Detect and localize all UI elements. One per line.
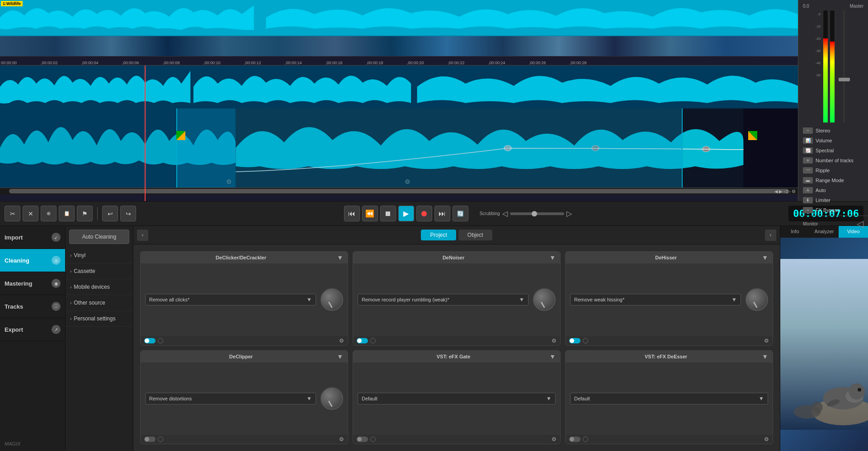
dehisser-dropdown[interactable]: ▼ <box>762 254 768 261</box>
skip-start-button[interactable]: ⏮ <box>344 206 360 221</box>
vst-gate-preset-arrow[interactable]: ▼ <box>546 395 552 402</box>
redo-button[interactable]: ↪ <box>120 206 136 221</box>
sidebar-item-export[interactable]: Export ↗ <box>0 318 65 341</box>
declicker-gear-icon[interactable]: ⚙ <box>339 338 344 344</box>
cleaning-menu-personal[interactable]: › Personal settings <box>66 311 133 327</box>
effects-tab-object[interactable]: Object <box>458 230 492 240</box>
scroll-expand[interactable]: ⚙ <box>792 189 796 194</box>
track-scrollbar[interactable]: ◀ ▶ ◁▷ ⚙ <box>0 188 798 194</box>
declicker-preset-arrow[interactable]: ▼ <box>307 296 312 303</box>
scissors-button[interactable]: ✂ <box>5 206 20 221</box>
vst-desser-title: VST: eFX DeEsser <box>570 354 762 359</box>
scroll-right-arrow[interactable]: ▶ <box>779 189 783 194</box>
skip-end-button[interactable]: ⏭ <box>434 206 450 221</box>
denoiser-circle <box>370 338 376 343</box>
scrub-left-arrow[interactable]: ◁ <box>502 209 508 218</box>
auto-cleaning-button[interactable]: Auto Cleaning <box>69 230 129 244</box>
sidebar-item-cleaning[interactable]: Cleaning ◎ <box>0 249 65 272</box>
spectral-control[interactable]: 📈 Spectral <box>803 147 863 154</box>
stop-button[interactable]: ⏹ <box>380 206 396 221</box>
monitor-knob[interactable]: ◁ <box>857 218 863 229</box>
range-mode-control[interactable]: ▬ Range Mode <box>803 177 863 183</box>
vst-gate-power[interactable] <box>357 437 368 442</box>
scrubbing-control[interactable]: ◁ ▷ <box>502 209 572 218</box>
effect-card-vst-gate: VST: eFX Gate ▼ Default ▼ <box>353 350 561 445</box>
effects-tab-project[interactable]: Project <box>421 230 456 240</box>
scrub-right-arrow[interactable]: ▷ <box>566 209 572 218</box>
record-button[interactable] <box>416 206 432 221</box>
clip-marker-right <box>748 131 757 140</box>
copy-special-button[interactable]: ⊕ <box>41 206 57 221</box>
volume-icon: 📊 <box>803 137 813 144</box>
dehisser-preset-arrow[interactable]: ▼ <box>731 296 737 303</box>
vu-slider-track[interactable] <box>843 10 845 123</box>
scrubbing-label: Scrubbing <box>480 211 500 216</box>
dehisser-body: Remove weak hissing* ▼ <box>566 263 773 336</box>
dehisser-power[interactable] <box>569 338 580 343</box>
vu-slider-thumb[interactable] <box>839 78 850 81</box>
denoiser-dropdown[interactable]: ▼ <box>549 254 556 261</box>
declipper-dropdown[interactable]: ▼ <box>337 353 343 360</box>
paste-button[interactable]: 📋 <box>59 206 75 221</box>
cleaning-menu-cassette[interactable]: › Cassette <box>66 263 133 279</box>
delete-button[interactable]: ✕ <box>23 206 38 221</box>
cleaning-menu-other[interactable]: › Other source <box>66 295 133 311</box>
ruler-mark-6: ,00:00:12 <box>244 61 261 65</box>
dehisser-gear-icon[interactable]: ⚙ <box>764 338 769 344</box>
ripple-control[interactable]: 〰 Ripple <box>803 167 863 174</box>
denoiser-knob[interactable] <box>533 288 556 311</box>
declipper-preset-box: Remove distortions ▼ <box>145 393 316 404</box>
vst-gate-dropdown[interactable]: ▼ <box>549 353 556 360</box>
declipper-gear-icon[interactable]: ⚙ <box>339 436 344 442</box>
effects-nav-left[interactable]: ‹ <box>137 230 148 241</box>
scrubbing-thumb[interactable] <box>532 211 537 216</box>
denoiser-header: DeNoiser ▼ <box>353 252 560 263</box>
denoiser-gear-icon[interactable]: ⚙ <box>552 338 557 344</box>
ruler-mark-11: ,00:00:22 <box>448 61 465 65</box>
declipper-knob[interactable] <box>321 387 343 410</box>
vst-desser-dropdown[interactable]: ▼ <box>762 353 768 360</box>
scroll-left-arrow[interactable]: ◀ <box>774 189 778 194</box>
declipper-preset-arrow[interactable]: ▼ <box>307 395 312 402</box>
sidebar-item-import[interactable]: Import ↙ <box>0 226 65 249</box>
denoiser-preset-arrow[interactable]: ▼ <box>519 296 524 303</box>
sidebar-item-tracks[interactable]: Tracks ⓘ <box>0 295 65 318</box>
vst-desser-gear-icon[interactable]: ⚙ <box>764 436 769 442</box>
audio-track[interactable] <box>0 66 798 108</box>
declicker-knob[interactable] <box>321 288 343 311</box>
limiter-control[interactable]: ⬇ Limiter <box>803 197 863 203</box>
effects-nav-right[interactable]: › <box>765 230 776 241</box>
loop-button[interactable]: 🔄 <box>453 206 468 221</box>
declipper-power[interactable] <box>144 437 156 442</box>
num-tracks-control[interactable]: ≡ Number of tracks <box>803 157 863 164</box>
declicker-power[interactable] <box>144 338 156 343</box>
undo-button[interactable]: ↩ <box>102 206 118 221</box>
fx-bypass-icon: ~ <box>803 207 813 213</box>
scrubbing-slider[interactable] <box>510 212 564 215</box>
vst-gate-gear-icon[interactable]: ⚙ <box>552 436 557 442</box>
right-panel-controls: ~ Stereo 📊 Volume 📈 Spectral ≡ Number of… <box>798 125 868 216</box>
cleaning-menu-mobile[interactable]: › Mobile devices <box>66 279 133 295</box>
scroll-shrink[interactable]: ◁▷ <box>783 189 791 194</box>
track-scrollbar-thumb[interactable] <box>9 189 789 193</box>
volume-control[interactable]: 📊 Volume <box>803 137 863 144</box>
num-tracks-icon: ≡ <box>803 157 813 164</box>
tracks-label: Tracks <box>5 303 23 310</box>
dehisser-knob[interactable] <box>745 288 768 311</box>
fx-bypass-control[interactable]: ~ FX Bypass <box>803 207 863 213</box>
auto-control[interactable]: A Auto <box>803 187 863 193</box>
prev-button[interactable]: ⏪ <box>362 206 378 221</box>
detail-waveform[interactable]: ⚙ ⚙ <box>0 108 798 188</box>
ruler-mark-1: ,00:00:02 <box>41 61 58 65</box>
preview-panel: Info Analyzer Video <box>780 226 868 451</box>
vst-desser-preset-arrow[interactable]: ▼ <box>759 395 764 402</box>
declicker-dropdown[interactable]: ▼ <box>337 254 343 261</box>
stereo-control[interactable]: ~ Stereo <box>803 127 863 134</box>
sidebar-item-mastering[interactable]: Mastering ◉ <box>0 272 65 295</box>
vst-desser-power[interactable] <box>569 437 580 442</box>
denoiser-power[interactable] <box>357 338 368 343</box>
cleaning-menu-vinyl[interactable]: › Vinyl <box>66 248 133 263</box>
marker-button[interactable]: ⚑ <box>77 206 93 221</box>
play-button[interactable]: ▶ <box>398 206 414 221</box>
overview-track[interactable]: 1:Wildlife <box>0 0 798 36</box>
